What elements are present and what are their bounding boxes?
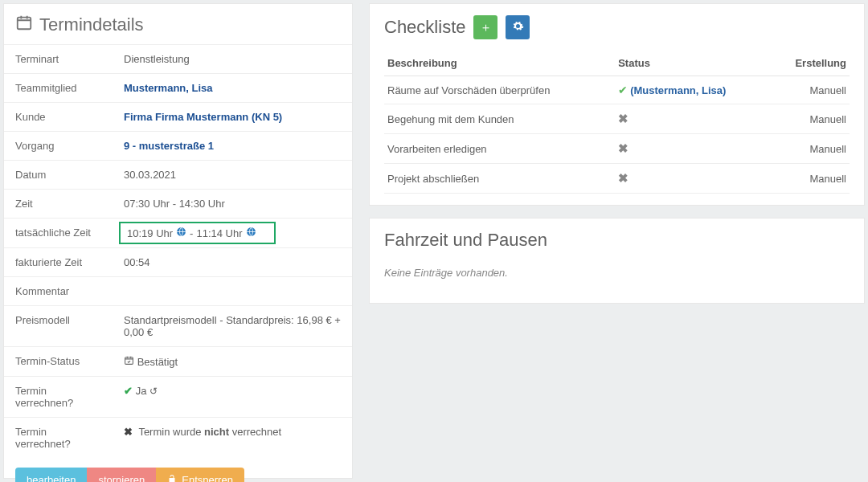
label-preis: Preismodell — [4, 306, 113, 347]
value-kommentar — [113, 277, 352, 306]
label-datum: Datum — [4, 161, 113, 190]
verrechnen-text: Ja — [136, 385, 147, 397]
calendar-check-icon — [124, 356, 137, 368]
value-verrechnet: ✖ Termin wurde nicht verrechnet — [113, 418, 352, 459]
action-buttons: bearbeiten stornieren Entsperren — [4, 458, 352, 482]
label-verrechnen: Termin verrechnen? — [4, 377, 113, 418]
value-verrechnen: ✔ Ja ↻ — [113, 377, 352, 418]
check-icon: ✔ — [124, 385, 133, 397]
value-terminart: Dienstleistung — [113, 45, 352, 74]
check-icon: ✔ — [618, 84, 628, 96]
label-kommentar: Kommentar — [4, 277, 113, 306]
cl-desc: Vorarbeiten erledigen — [384, 134, 615, 164]
col-desc: Beschreibung — [384, 51, 615, 76]
col-creation: Erstellung — [771, 51, 850, 76]
globe-icon[interactable] — [176, 227, 186, 239]
plus-icon: ＋ — [480, 20, 492, 35]
value-fzeit: 00:54 — [113, 248, 352, 277]
unlock-icon — [167, 474, 177, 482]
value-zeit: 07:30 Uhr - 14:30 Uhr — [113, 190, 352, 219]
add-checklist-button[interactable]: ＋ — [473, 15, 497, 39]
cl-desc: Räume auf Vorschäden überprüfen — [384, 76, 615, 104]
gear-icon — [512, 20, 524, 35]
unlock-button[interactable]: Entsperren — [156, 468, 244, 482]
actual-time-start: 10:19 Uhr — [127, 227, 173, 239]
checklist-row[interactable]: Begehung mit dem Kunden ✖ Manuell — [384, 104, 850, 134]
cl-desc: Begehung mit dem Kunden — [384, 104, 615, 134]
actual-time-end: 11:14 Uhr — [196, 227, 242, 239]
travel-title: Fahrzeit und Pausen — [384, 230, 850, 251]
x-icon: ✖ — [618, 171, 628, 185]
label-verrechnet: Termin verrechnet? — [4, 418, 113, 459]
verrechnet-suffix: verrechnet — [229, 426, 281, 438]
link-vorgang[interactable]: 9 - musterstraße 1 — [124, 140, 214, 152]
value-datum: 30.03.2021 — [113, 161, 352, 190]
calendar-icon — [15, 14, 33, 36]
status-text: Bestätigt — [137, 356, 178, 368]
checklist-title: Checkliste — [384, 17, 465, 38]
label-vorgang: Vorgang — [4, 132, 113, 161]
cl-creation: Manuell — [771, 104, 850, 134]
cl-desc: Projekt abschließen — [384, 164, 615, 194]
svg-rect-0 — [18, 18, 31, 30]
cl-creation: Manuell — [771, 164, 850, 194]
label-tzeit: tatsächliche Zeit — [4, 219, 113, 248]
panel-title: Termindetails — [4, 4, 352, 44]
label-terminart: Terminart — [4, 45, 113, 74]
travel-panel: Fahrzeit und Pausen Keine Einträge vorha… — [369, 218, 865, 304]
x-icon: ✖ — [124, 426, 133, 438]
cl-creation: Manuell — [771, 134, 850, 164]
cl-status: ✖ — [615, 104, 771, 134]
link-teammember[interactable]: Mustermann, Lisa — [124, 82, 213, 94]
checklist-settings-button[interactable] — [506, 15, 530, 39]
checklist-table: Beschreibung Status Erstellung Räume auf… — [384, 51, 850, 194]
actual-time-sep: - — [190, 227, 193, 239]
checklist-row[interactable]: Räume auf Vorschäden überprüfen ✔(Muster… — [384, 76, 850, 104]
label-zeit: Zeit — [4, 190, 113, 219]
label-status: Termin-Status — [4, 347, 113, 377]
panel-title-text: Termindetails — [39, 14, 144, 35]
verrechnet-prefix: Termin wurde — [138, 426, 204, 438]
cl-status: ✖ — [615, 134, 771, 164]
cancel-button[interactable]: stornieren — [87, 468, 156, 482]
checklist-row[interactable]: Vorarbeiten erledigen ✖ Manuell — [384, 134, 850, 164]
svg-rect-3 — [125, 357, 133, 365]
travel-empty: Keine Einträge vorhanden. — [384, 267, 850, 279]
details-table: Terminart Dienstleistung Teammitglied Mu… — [4, 44, 352, 458]
x-icon: ✖ — [618, 141, 628, 155]
cl-status: ✔(Mustermann, Lisa) — [615, 76, 771, 104]
globe-icon[interactable] — [246, 227, 256, 239]
cl-by-link[interactable]: (Mustermann, Lisa) — [630, 84, 726, 96]
checklist-row[interactable]: Projekt abschließen ✖ Manuell — [384, 164, 850, 194]
value-status: Bestätigt — [113, 347, 352, 377]
value-preis: Standartpreismodell - Standardpreis: 16,… — [113, 306, 352, 347]
verrechnet-bold: nicht — [204, 426, 229, 438]
checklist-panel: Checkliste ＋ Beschreibung Status Erstell… — [369, 3, 865, 206]
edit-button[interactable]: bearbeiten — [15, 468, 87, 482]
col-status: Status — [615, 51, 771, 76]
cl-status: ✖ — [615, 164, 771, 194]
unlock-label: Entsperren — [182, 474, 233, 482]
cl-creation: Manuell — [771, 76, 850, 104]
label-kunde: Kunde — [4, 103, 113, 132]
actual-time-highlight: 10:19 Uhr - 11:14 Uhr — [119, 222, 276, 244]
sync-icon[interactable]: ↻ — [149, 386, 158, 397]
appointment-details-panel: Termindetails Terminart Dienstleistung T… — [3, 3, 353, 479]
x-icon: ✖ — [618, 112, 628, 125]
link-kunde[interactable]: Firma Firma Mustermann (KN 5) — [124, 111, 282, 123]
label-fzeit: fakturierte Zeit — [4, 248, 113, 277]
label-team: Teammitglied — [4, 74, 113, 103]
